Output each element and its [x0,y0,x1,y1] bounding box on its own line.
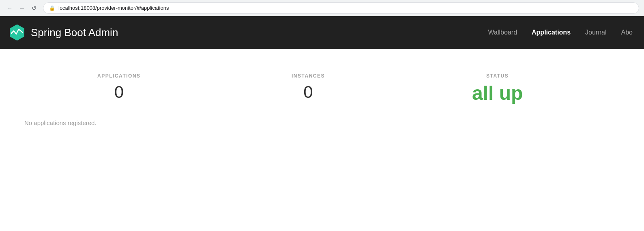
lock-icon: 🔒 [49,5,55,11]
address-text: localhost:18008/provider-monitor/#/appli… [58,5,169,11]
nav-link-wallboard[interactable]: Wallboard [485,27,520,38]
back-button[interactable]: ← [5,3,15,13]
nav-link-about[interactable]: Abo [618,27,636,38]
main-content: APPLICATIONS 0 INSTANCES 0 STATUS all up… [0,49,644,142]
brand: Spring Boot Admin [8,24,485,41]
status-label: STATUS [403,73,592,79]
status-value: all up [403,84,592,103]
address-bar[interactable]: 🔒 localhost:18008/provider-monitor/#/app… [43,2,639,14]
stats-row: APPLICATIONS 0 INSTANCES 0 STATUS all up [24,65,592,115]
applications-stat: APPLICATIONS 0 [24,73,214,101]
browser-chrome: ← → ↺ 🔒 localhost:18008/provider-monitor… [0,0,644,16]
applications-value: 0 [24,84,214,101]
forward-button[interactable]: → [17,3,27,13]
brand-logo-icon [8,24,26,41]
applications-label: APPLICATIONS [24,73,214,79]
instances-label: INSTANCES [214,73,403,79]
browser-nav: ← → ↺ [5,3,39,13]
nav-link-applications[interactable]: Applications [528,27,574,38]
reload-button[interactable]: ↺ [29,3,39,13]
app-navbar: Spring Boot Admin Wallboard Applications… [0,16,644,49]
brand-title: Spring Boot Admin [31,26,118,39]
nav-links: Wallboard Applications Journal Abo [485,27,636,38]
no-apps-message: No applications registered. [24,119,620,126]
status-stat: STATUS all up [403,73,592,103]
instances-stat: INSTANCES 0 [214,73,403,101]
nav-link-journal[interactable]: Journal [582,27,610,38]
instances-value: 0 [214,84,403,101]
